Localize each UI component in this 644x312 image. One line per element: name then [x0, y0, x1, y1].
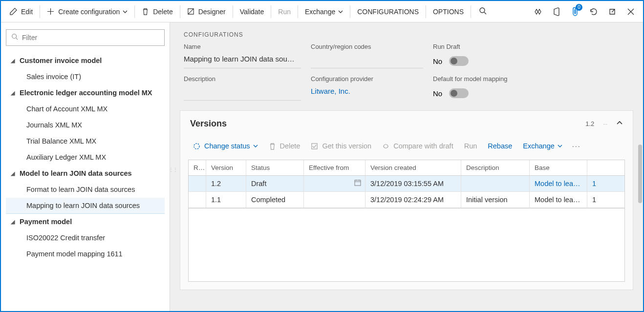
tree-node-auxiliary-ledger[interactable]: Auxiliary Ledger XML MX: [6, 149, 165, 166]
close-icon[interactable]: [622, 1, 640, 22]
attachments-badge: 0: [576, 4, 582, 11]
tree-node-chart-of-account[interactable]: Chart of Account XML MX: [6, 101, 165, 117]
col-created[interactable]: Version created: [365, 160, 461, 175]
tree-node-payment-mapping-1611[interactable]: Payment model mapping 1611: [6, 246, 165, 262]
tree-node-trial-balance[interactable]: Trial Balance XML MX: [6, 133, 165, 149]
options-label: OPTIONS: [433, 8, 464, 16]
separator: [180, 5, 180, 18]
compare-icon: [382, 143, 389, 150]
tree-node-customer-invoice-model[interactable]: ◢Customer invoice model: [6, 53, 165, 69]
grid-header: R... Version Status Effective from Versi…: [189, 160, 624, 176]
svg-rect-3: [312, 143, 317, 148]
provider-value[interactable]: Litware, Inc.: [311, 86, 423, 101]
edit-button[interactable]: Edit: [4, 1, 39, 22]
configurations-tab[interactable]: CONFIGURATIONS: [351, 1, 425, 22]
svg-point-2: [194, 143, 199, 148]
drag-handle-icon[interactable]: ⋮⋮: [169, 167, 177, 172]
validate-label: Validate: [240, 8, 264, 16]
country-value[interactable]: .: [311, 54, 423, 68]
refresh-icon[interactable]: [584, 1, 603, 22]
default-mapping-toggle[interactable]: [449, 88, 469, 98]
separator: [298, 5, 298, 18]
options-tab[interactable]: OPTIONS: [427, 1, 470, 22]
create-config-button[interactable]: Create configuration: [41, 1, 133, 22]
filter-box[interactable]: [6, 29, 165, 46]
collapse-icon: ◢: [6, 170, 20, 177]
col-effective[interactable]: Effective from: [304, 160, 365, 175]
table-row[interactable]: 1.2 Draft 3/12/2019 03:15:55 AM Model to…: [189, 176, 624, 192]
tree-node-payment-model[interactable]: ◢Payment model: [6, 214, 165, 230]
collapse-icon: ◢: [6, 58, 20, 64]
separator: [426, 5, 426, 18]
col-description[interactable]: Description: [461, 160, 530, 175]
exchange-button[interactable]: Exchange: [299, 1, 349, 22]
tree-node-electronic-ledger-mx[interactable]: ◢Electronic ledger accounting model MX: [6, 85, 165, 101]
rundraft-label: Run Draft: [433, 43, 550, 54]
calendar-icon[interactable]: [354, 179, 361, 187]
svg-point-0: [480, 8, 485, 13]
rebase-button[interactable]: Rebase: [483, 139, 517, 153]
separator: [134, 5, 135, 18]
svg-rect-4: [355, 180, 361, 186]
edit-label: Edit: [21, 8, 33, 16]
filter-input[interactable]: [22, 34, 159, 42]
compare-draft-button: Compare with draft: [377, 139, 458, 153]
separator: [350, 5, 350, 18]
collapse-icon: ◢: [6, 219, 20, 225]
tree-node-format-join[interactable]: Format to learn JOIN data sources: [6, 182, 165, 198]
tree-node-iso20022[interactable]: ISO20022 Credit transfer: [6, 230, 165, 246]
versions-run-button: Run: [459, 139, 482, 153]
scrollbar-thumb[interactable]: [638, 145, 642, 203]
chevron-up-icon[interactable]: [616, 120, 623, 128]
rundraft-toggle[interactable]: [449, 56, 469, 66]
table-row[interactable]: 1.1 Completed 3/12/2019 02:24:29 AM Init…: [189, 192, 624, 208]
config-fields: Name Mapping to learn JOIN data sou… Des…: [170, 43, 643, 110]
plus-icon: [47, 8, 54, 15]
col-base[interactable]: Base: [530, 160, 587, 175]
name-value[interactable]: Mapping to learn JOIN data sou…: [184, 54, 301, 68]
create-config-label: Create configuration: [58, 8, 120, 16]
country-label: Country/region codes: [311, 43, 423, 54]
validate-button[interactable]: Validate: [234, 1, 270, 22]
description-value[interactable]: .: [184, 86, 301, 101]
svg-point-1: [12, 34, 17, 39]
main-panel: ⋮⋮ CONFIGURATIONS Name Mapping to learn …: [170, 22, 643, 311]
versions-current: 1.2: [585, 120, 594, 127]
delete-button[interactable]: Delete: [136, 1, 178, 22]
designer-icon: [187, 8, 194, 15]
default-mapping-label: Default for model mapping: [433, 75, 550, 86]
copilot-icon[interactable]: [529, 1, 547, 22]
search-button[interactable]: [472, 1, 494, 22]
grid-empty-area: [188, 208, 625, 282]
sidebar: ◢Customer invoice model Sales invoice (I…: [1, 22, 170, 311]
provider-label: Configuration provider: [311, 75, 423, 86]
col-base-ver[interactable]: [587, 160, 603, 175]
tree-node-model-join[interactable]: ◢Model to learn JOIN data sources: [6, 166, 165, 182]
col-version[interactable]: Version: [206, 160, 246, 175]
toolbar-right-group: 0: [529, 1, 640, 22]
chevron-down-icon: [123, 8, 128, 16]
popout-icon[interactable]: [603, 1, 622, 22]
col-status[interactable]: Status: [246, 160, 304, 175]
col-r[interactable]: R...: [189, 160, 206, 175]
tree-node-mapping-join[interactable]: Mapping to learn JOIN data sources: [6, 198, 165, 214]
versions-delete-button: Delete: [264, 139, 305, 153]
app-window: Edit Create configuration Delete Designe…: [0, 0, 644, 312]
attachments-icon[interactable]: 0: [566, 1, 584, 22]
tree-node-sales-invoice-it[interactable]: Sales invoice (IT): [6, 69, 165, 85]
versions-sep: --: [603, 120, 607, 127]
default-mapping-value: No: [433, 89, 442, 98]
change-status-button[interactable]: Change status: [188, 139, 263, 153]
get-version-button: Get this version: [306, 139, 376, 153]
versions-exchange-button[interactable]: Exchange: [518, 139, 567, 153]
versions-title: Versions: [190, 119, 227, 129]
config-section-header: CONFIGURATIONS: [170, 22, 643, 43]
office-icon[interactable]: [547, 1, 566, 22]
main-toolbar: Edit Create configuration Delete Designe…: [1, 1, 643, 22]
designer-button[interactable]: Designer: [181, 1, 232, 22]
more-menu[interactable]: ···: [568, 139, 585, 153]
filter-icon: [11, 33, 18, 42]
tree-node-journals[interactable]: Journals XML MX: [6, 117, 165, 133]
run-button: Run: [272, 1, 297, 22]
rundraft-value: No: [433, 57, 442, 65]
